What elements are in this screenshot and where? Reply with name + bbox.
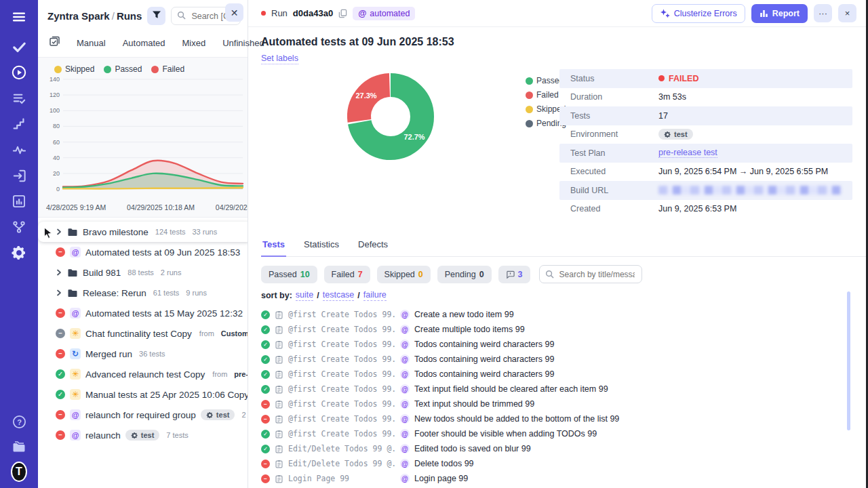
chevron-right-icon[interactable] (56, 269, 62, 276)
close-run-button[interactable]: × (838, 4, 856, 22)
tests-search-input[interactable] (558, 269, 636, 280)
sidebar-item-gear[interactable] (11, 245, 27, 261)
run-list-item[interactable]: Bravo milestone124 tests33 runs (38, 222, 248, 242)
sort-by-testcase[interactable]: testcase (323, 290, 355, 301)
test-row[interactable]: ✓@first Create Todos 99...@Text input fi… (261, 382, 866, 396)
run-list-item[interactable]: −@relaunchtest7 tests (38, 425, 248, 445)
sort-by-suite[interactable]: suite (296, 290, 313, 301)
test-row[interactable]: ✓@first Create Todos 99...@Footer should… (261, 426, 866, 441)
status-failed-icon: − (56, 308, 65, 318)
filter-button[interactable] (147, 7, 165, 25)
comment-icon (506, 270, 515, 279)
run-list-item[interactable]: ✓✳Advanced relaunch test Copyfrompre-rel… (38, 364, 248, 384)
sidebar-item-sign-in[interactable] (11, 167, 27, 184)
test-plan-link[interactable]: pre-release test (658, 148, 717, 158)
tab-tests[interactable]: Tests (261, 235, 286, 257)
tab-automated[interactable]: Automated (123, 38, 165, 48)
sidebar-item-help[interactable]: ? (11, 413, 27, 430)
info-label: Environment (570, 129, 658, 139)
automated-badge[interactable]: @ automated (353, 7, 415, 20)
select-all-icon[interactable] (49, 36, 60, 49)
clusterize-errors-button[interactable]: Clusterize Errors (652, 4, 745, 23)
test-title: Delete todos 99 (414, 459, 474, 468)
sparkle-icon: ✳ (70, 328, 81, 339)
run-list-item[interactable]: −@relaunch for required grouptest2 tests (38, 405, 248, 425)
set-labels-link[interactable]: Set labels (261, 54, 298, 64)
test-title: Todos containing weird characters 99 (414, 340, 554, 349)
legend-dot (104, 66, 111, 73)
test-row[interactable]: ✓@first Create Todos 99...@Todos contain… (261, 367, 866, 382)
sidebar-item-pulse[interactable] (11, 142, 27, 158)
tab-defects[interactable]: Defects (357, 235, 389, 256)
sidebar-item-logo-testomat[interactable]: T (11, 464, 27, 480)
run-list-item[interactable]: −✳Chat functinality test CopyfromCustom … (38, 323, 248, 344)
chip-passed[interactable]: Passed10 (261, 266, 317, 283)
test-row[interactable]: ✓@first Create Todos 99...@Create a new … (261, 307, 866, 322)
tests-scrollbar[interactable] (847, 291, 850, 430)
close-panel-button[interactable]: ✕ (225, 3, 243, 22)
chevron-right-icon[interactable] (56, 228, 62, 235)
test-row[interactable]: −@first Create Todos 99...@New todos sho… (261, 411, 866, 426)
test-row[interactable]: −@first Create Todos 99...@Text input sh… (261, 396, 866, 411)
tab-mixed[interactable]: Mixed (182, 38, 206, 48)
menu-icon[interactable] (11, 9, 27, 25)
chevron-right-icon[interactable] (56, 289, 62, 296)
chip-skipped[interactable]: Skipped0 (377, 266, 431, 283)
app-window: ?T Zyntra Spark/Runs ✕ ManualAutomatedMi… (0, 0, 868, 488)
chip-pending[interactable]: Pending0 (437, 266, 492, 283)
sidebar-item-list-check[interactable] (11, 90, 27, 106)
chip-failed[interactable]: Failed7 (324, 266, 370, 283)
sidebar-item-steps[interactable] (11, 116, 27, 132)
sidebar-item-run-play[interactable] (11, 64, 27, 81)
tab-statistics[interactable]: Statistics (302, 235, 340, 256)
run-list-item[interactable]: ✓✳Manual tests at 25 Apr 2025 10:06 Copy… (38, 384, 248, 405)
status-passed-icon: ✓ (56, 369, 65, 379)
chip-label: Pending (445, 270, 476, 279)
folder-icon (67, 268, 78, 278)
project-name[interactable]: Zyntra Spark (47, 10, 110, 22)
clipboard-icon (275, 355, 283, 364)
tests-list: ✓@first Create Todos 99...@Create a new … (261, 307, 866, 488)
sidebar-item-check[interactable] (11, 39, 27, 55)
status-canceled-icon: − (56, 329, 65, 338)
test-title: Todos containing weird characters 99 (414, 354, 554, 364)
test-row[interactable]: ✓Edit/Delete Todos 99 @...@Edited todo i… (261, 441, 866, 456)
run-count: 124 tests (155, 228, 186, 236)
run-list-item[interactable]: Release: Rerun61 tests9 runs (38, 283, 248, 303)
legend-item-passed: Passed (104, 64, 142, 74)
sidebar-item-analytics[interactable] (11, 193, 27, 209)
test-row[interactable]: −Edit/Delete Todos 99 @...@Delete todos … (261, 456, 866, 471)
run-name: relaunch (85, 430, 121, 441)
test-row[interactable]: −Login Page 99@Login page 99 (261, 471, 866, 486)
tests-search[interactable] (539, 265, 642, 283)
automated-icon: @ (400, 429, 410, 439)
run-list-item[interactable]: −@Automated tests at 09 Jun 2025 18:53fr… (38, 242, 248, 262)
sidebar-item-projects[interactable] (11, 439, 27, 455)
test-row[interactable]: ✓@first Create Todos 99...@Todos contain… (261, 352, 866, 367)
status-passed-icon: ✓ (261, 370, 270, 379)
run-list-item[interactable]: Build 98188 tests2 runs (38, 262, 248, 283)
sort-by-failure[interactable]: failure (363, 290, 387, 301)
test-row[interactable]: ✓@first Create Todos 99...@Create multip… (261, 322, 866, 337)
test-title: New todos should be added to the bottom … (414, 414, 619, 424)
run-detail-tabs: TestsStatisticsDefects (261, 235, 866, 257)
status-failed-icon: − (261, 474, 270, 483)
run-list-item[interactable]: −↻Merged run36 tests (38, 344, 248, 364)
info-label: Created (570, 204, 658, 214)
sidebar-item-branch[interactable] (11, 219, 27, 235)
tab-manual[interactable]: Manual (77, 38, 106, 48)
info-row-tests: Tests17 (559, 106, 852, 125)
automated-icon: @ (400, 369, 410, 379)
copy-icon[interactable] (338, 9, 347, 18)
legend-label: Skipped (65, 64, 94, 74)
run-list-item[interactable]: −@Automated tests at 15 May 2025 12:32fr… (38, 303, 248, 323)
run-folder-name: Build 981 (83, 268, 121, 278)
svg-text:0: 0 (56, 186, 60, 192)
environment-badge-label: test (674, 130, 688, 138)
chip-comments[interactable]: 3 (498, 266, 530, 283)
test-row[interactable]: ✓@first Create Todos 99...@Todos contain… (261, 337, 866, 352)
more-options-button[interactable]: ··· (814, 4, 832, 22)
report-button[interactable]: Report (751, 4, 808, 23)
test-title: Todos containing weird characters 99 (414, 369, 554, 379)
projects-icon (11, 439, 27, 455)
